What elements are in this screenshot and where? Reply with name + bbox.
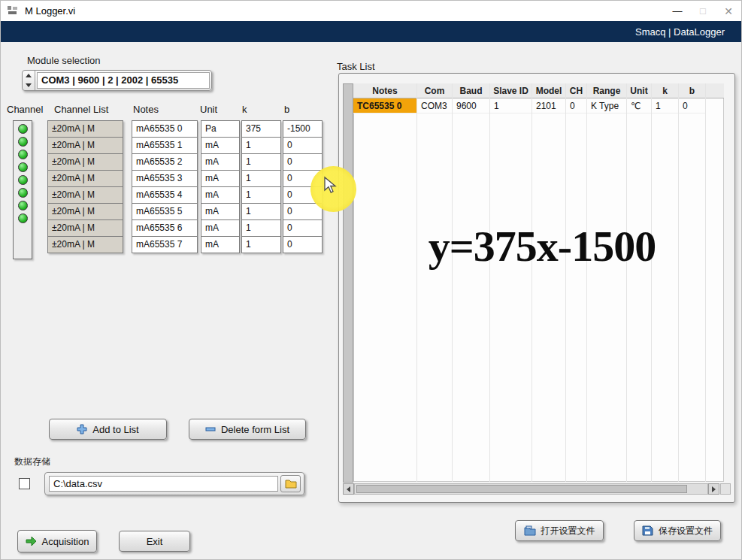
unit-cell[interactable]: mA	[201, 186, 240, 204]
notes-cell[interactable]: mA65535 1	[132, 137, 198, 154]
k-cell[interactable]: 375	[241, 120, 281, 138]
k-cell[interactable]: 1	[241, 137, 281, 154]
module-selection-label: Module selection	[27, 55, 101, 66]
channel-led	[18, 162, 28, 172]
save-settings-button[interactable]: 保存设置文件	[634, 520, 721, 541]
minimize-button[interactable]: —	[665, 1, 690, 21]
channel-list-cell[interactable]: ±20mA | M	[47, 153, 123, 171]
notes-cell[interactable]: mA65535 4	[132, 186, 198, 204]
channel-list-cell[interactable]: ±20mA | M	[47, 137, 123, 154]
unit-cell[interactable]: mA	[201, 153, 240, 171]
channel-list-cell[interactable]: ±20mA | M	[47, 170, 123, 187]
k-cell[interactable]: 1	[241, 203, 281, 220]
plus-icon	[77, 424, 87, 434]
maximize-button[interactable]: □	[690, 1, 716, 21]
tl-col-unit: Unit ℃	[627, 83, 652, 482]
spin-up-icon[interactable]	[23, 71, 35, 80]
channel-list-cell[interactable]: ±20mA | M	[47, 236, 123, 253]
tl-cell-model[interactable]: 2101	[532, 98, 565, 114]
tl-cell-ch[interactable]: 0	[566, 98, 586, 114]
brand-bar: Smacq | DataLogger	[1, 21, 741, 42]
unit-cell[interactable]: mA	[201, 137, 240, 154]
open-settings-button[interactable]: 打开设置文件	[515, 520, 604, 541]
unit-cell[interactable]: Pa	[201, 120, 240, 138]
notes-cell[interactable]: mA65535 5	[132, 203, 198, 220]
channel-col-header: Channel	[7, 104, 43, 115]
spin-down-icon[interactable]	[23, 80, 35, 90]
browse-button[interactable]	[280, 475, 301, 492]
h-scrollbar-thumb[interactable]	[356, 485, 687, 493]
module-selector[interactable]: COM3 | 9600 | 2 | 2002 | 65535	[22, 70, 212, 91]
notes-cell[interactable]: mA65535 0	[132, 120, 198, 138]
k-cell[interactable]: 1	[241, 186, 281, 204]
module-selector-value[interactable]: COM3 | 9600 | 2 | 2002 | 65535	[37, 72, 210, 89]
delete-from-list-button[interactable]: Delete form List	[189, 419, 306, 440]
scrollbar-corner	[720, 483, 731, 495]
tl-header-com[interactable]: Com	[417, 83, 452, 98]
close-button[interactable]: ✕	[716, 1, 741, 21]
unit-column: Pa mA mA mA mA mA mA mA	[201, 120, 240, 253]
unit-cell[interactable]: mA	[201, 203, 240, 220]
tl-cell-baud[interactable]: 9600	[453, 98, 489, 114]
tl-header-k[interactable]: k	[652, 83, 678, 98]
app-icon	[7, 5, 19, 17]
tl-header-unit[interactable]: Unit	[627, 83, 651, 98]
channel-list-cell[interactable]: ±20mA | M	[47, 120, 123, 138]
tl-cell-slave-id[interactable]: 1	[490, 98, 532, 114]
data-storage-checkbox[interactable]	[19, 478, 30, 489]
exit-button[interactable]: Exit	[119, 531, 190, 552]
tl-col-filler	[706, 83, 724, 482]
tl-cell-notes[interactable]: TC65535 0	[353, 98, 416, 114]
module-spinner[interactable]	[23, 71, 35, 90]
unit-cell[interactable]: mA	[201, 170, 240, 187]
unit-cell[interactable]: mA	[201, 219, 240, 237]
tl-header-slave-id[interactable]: Slave ID	[490, 83, 532, 98]
tl-cell-range[interactable]: K Type	[587, 98, 626, 114]
scroll-right-arrow[interactable]	[708, 483, 719, 495]
tl-header-model[interactable]: Model	[532, 83, 565, 98]
notes-cell[interactable]: mA65535 6	[132, 219, 198, 237]
channel-led	[18, 213, 28, 223]
tl-header-notes[interactable]: Notes	[353, 83, 416, 98]
b-cell[interactable]: 0	[283, 137, 323, 154]
task-list-row-header-strip[interactable]	[343, 83, 353, 483]
unit-cell[interactable]: mA	[201, 236, 240, 253]
add-to-list-button[interactable]: Add to List	[49, 419, 167, 440]
tl-col-notes: Notes TC65535 0	[353, 83, 417, 482]
acquisition-label: Acquisition	[42, 536, 89, 547]
channel-list-cell[interactable]: ±20mA | M	[47, 203, 123, 220]
b-cell[interactable]: 0	[283, 236, 323, 253]
channel-list-cell[interactable]: ±20mA | M	[47, 219, 123, 237]
tl-header-baud[interactable]: Baud	[453, 83, 489, 98]
b-cell[interactable]: -1500	[283, 120, 323, 138]
b-cell[interactable]: 0	[283, 203, 323, 220]
acquisition-button[interactable]: Acquisition	[17, 530, 97, 552]
tl-cell-unit[interactable]: ℃	[627, 98, 651, 114]
k-cell[interactable]: 1	[241, 153, 281, 171]
file-path-input[interactable]: C:\data.csv	[49, 476, 278, 492]
channel-led	[18, 137, 28, 147]
mouse-cursor-icon	[323, 176, 338, 197]
b-cell[interactable]: 0	[283, 153, 323, 171]
notes-cell[interactable]: mA65535 3	[132, 170, 198, 187]
tl-col-slave-id: Slave ID 1	[490, 83, 532, 482]
notes-cell[interactable]: mA65535 2	[132, 153, 198, 171]
notes-cell[interactable]: mA65535 7	[132, 236, 198, 253]
unit-col-header: Unit	[200, 104, 217, 115]
tl-header-b[interactable]: b	[679, 83, 705, 98]
k-cell[interactable]: 1	[241, 236, 281, 253]
tl-header-range[interactable]: Range	[587, 83, 626, 98]
channel-list-cell[interactable]: ±20mA | M	[47, 186, 123, 204]
k-cell[interactable]: 1	[241, 170, 281, 187]
formula-overlay: y=375x-1500	[354, 221, 730, 271]
notes-column: mA65535 0 mA65535 1 mA65535 2 mA65535 3 …	[132, 120, 198, 253]
tl-header-ch[interactable]: CH	[566, 83, 586, 98]
scroll-left-arrow[interactable]	[343, 483, 354, 495]
tl-cell-b[interactable]: 0	[679, 98, 705, 114]
k-cell[interactable]: 1	[241, 219, 281, 237]
tl-cell-com[interactable]: COM3	[417, 98, 452, 114]
tl-col-model: Model 2101	[532, 83, 566, 482]
tl-cell-k[interactable]: 1	[652, 98, 678, 114]
b-cell[interactable]: 0	[283, 219, 323, 237]
data-storage-label: 数据存储	[14, 456, 50, 468]
